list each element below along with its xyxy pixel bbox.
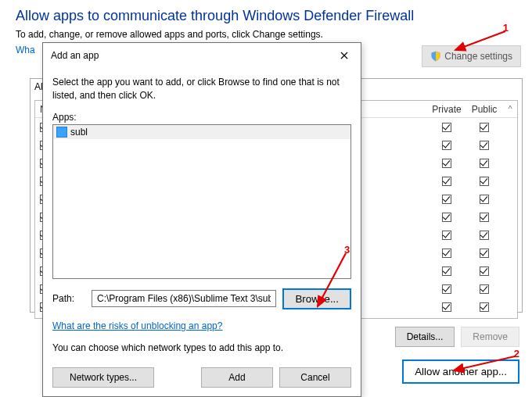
dialog-instruction: Select the app you want to add, or click… — [52, 76, 351, 102]
apps-listbox[interactable]: subl — [52, 124, 351, 279]
col-sort-caret[interactable]: ^ — [503, 105, 517, 113]
dialog-title: Add an app — [51, 50, 99, 61]
annotation-2: 2 — [514, 348, 519, 359]
apps-label: Apps: — [52, 112, 351, 123]
public-checkbox[interactable] — [480, 177, 489, 186]
page-subtitle: To add, change, or remove allowed apps a… — [16, 29, 516, 40]
private-checkbox[interactable] — [442, 195, 451, 204]
col-public[interactable]: Public — [466, 104, 503, 115]
public-checkbox[interactable] — [480, 249, 489, 258]
app-list-item[interactable]: subl — [53, 125, 350, 139]
annotation-1: 1 — [503, 22, 509, 34]
public-checkbox[interactable] — [480, 302, 489, 312]
browse-button[interactable]: Browse... — [282, 288, 351, 309]
public-checkbox[interactable] — [480, 195, 489, 204]
change-settings-label: Change settings — [444, 51, 512, 62]
public-checkbox[interactable] — [480, 141, 489, 150]
private-checkbox[interactable] — [442, 249, 451, 258]
close-icon[interactable] — [336, 48, 353, 63]
path-input[interactable] — [92, 290, 276, 307]
risks-link[interactable]: What are the risks of unblocking an app? — [52, 320, 351, 331]
app-item-label: subl — [70, 127, 88, 138]
what-are-risks-link-truncated[interactable]: Wha — [16, 45, 35, 55]
public-checkbox[interactable] — [480, 123, 489, 132]
app-icon — [56, 127, 67, 138]
allow-another-app-button[interactable]: Allow another app... — [402, 359, 519, 384]
add-button[interactable]: Add — [201, 367, 273, 388]
annotation-3: 3 — [344, 244, 350, 256]
private-checkbox[interactable] — [442, 141, 451, 150]
private-checkbox[interactable] — [442, 177, 451, 186]
private-checkbox[interactable] — [442, 123, 451, 132]
public-checkbox[interactable] — [480, 159, 489, 168]
private-checkbox[interactable] — [442, 231, 451, 240]
col-private[interactable]: Private — [428, 104, 466, 115]
network-types-button[interactable]: Network types... — [52, 367, 154, 388]
private-checkbox[interactable] — [442, 302, 451, 312]
path-label: Path: — [52, 293, 85, 304]
public-checkbox[interactable] — [480, 284, 489, 294]
private-checkbox[interactable] — [442, 266, 451, 276]
shield-icon — [430, 51, 441, 62]
add-an-app-dialog: Add an app Select the app you want to ad… — [42, 42, 361, 397]
private-checkbox[interactable] — [442, 284, 451, 294]
cancel-button[interactable]: Cancel — [279, 367, 351, 388]
private-checkbox[interactable] — [442, 159, 451, 168]
private-checkbox[interactable] — [442, 213, 451, 222]
public-checkbox[interactable] — [480, 231, 489, 240]
details-button[interactable]: Details... — [395, 327, 455, 347]
page-title: Allow apps to communicate through Window… — [16, 8, 516, 24]
choose-network-types-text: You can choose which network types to ad… — [52, 342, 351, 353]
remove-button: Remove — [461, 327, 519, 347]
public-checkbox[interactable] — [480, 213, 489, 222]
public-checkbox[interactable] — [480, 266, 489, 276]
change-settings-button[interactable]: Change settings — [422, 45, 521, 67]
